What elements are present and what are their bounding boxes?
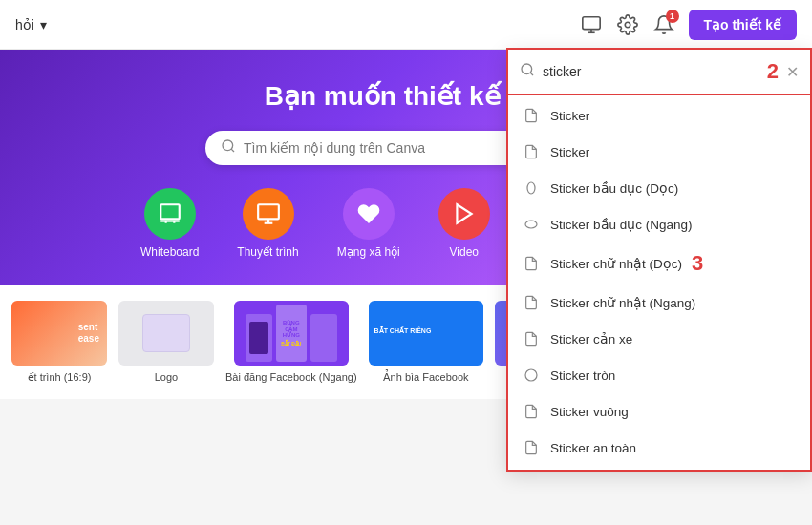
dropdown-item-label: Sticker an toàn <box>550 441 636 455</box>
dropdown-search-icon <box>520 62 535 81</box>
settings-icon[interactable] <box>616 13 639 36</box>
category-label: Thuyết trình <box>237 245 298 259</box>
step3-badge: 3 <box>692 251 703 276</box>
dropdown-item-icon <box>522 366 541 385</box>
dropdown-item-sticker-chu-nhat-doc[interactable]: Sticker chữ nhật (Dọc) 3 <box>508 242 810 284</box>
dropdown-item-icon <box>522 329 541 348</box>
dropdown-search-input[interactable] <box>543 64 759 79</box>
dropdown-item-label: Sticker bầu dục (Ngang) <box>550 217 693 232</box>
dropdown-item-icon <box>522 215 541 234</box>
category-label: Video <box>450 245 479 259</box>
category-label: Mạng xã hội <box>337 245 400 259</box>
dropdown-item-label: Sticker <box>550 109 589 123</box>
dropdown-item-icon <box>522 293 541 312</box>
dropdown-list: Sticker Sticker Sticker bầu dục (Dọc) St… <box>508 94 810 470</box>
workspace-label: hỏi <box>15 17 34 32</box>
dropdown-item-icon <box>522 142 541 161</box>
template-label: ết trình (16:9) <box>28 371 92 384</box>
dropdown-item-icon <box>522 178 541 198</box>
svg-line-19 <box>530 73 533 75</box>
step2-badge: 2 <box>767 59 779 84</box>
dropdown-item-icon <box>522 438 541 457</box>
svg-point-21 <box>525 220 537 228</box>
dropdown-item-label: Sticker tròn <box>550 368 615 383</box>
dropdown-item-sticker[interactable]: Sticker <box>508 97 810 134</box>
dropdown-item-sticker-chu-nhat-ngang[interactable]: Sticker chữ nhật (Ngang) <box>508 284 810 321</box>
svg-rect-10 <box>258 204 279 219</box>
svg-point-4 <box>223 140 233 151</box>
notification-badge: 1 <box>666 10 679 23</box>
dropdown-item-label: Sticker chữ nhật (Ngang) <box>550 295 695 310</box>
dropdown-item-icon <box>522 402 541 421</box>
category-item-whiteboard[interactable]: Whiteboard <box>140 188 199 259</box>
dropdown-item-sticker2[interactable]: Sticker <box>508 134 810 170</box>
svg-point-20 <box>527 182 535 194</box>
template-thumbnail: sent ease <box>11 301 107 366</box>
dropdown-item-sticker-an-toan[interactable]: Sticker an toàn <box>508 430 810 466</box>
svg-point-3 <box>625 22 630 28</box>
template-label: Ảnh bìa Facebook <box>383 371 469 384</box>
svg-point-22 <box>525 369 537 381</box>
dropdown-item-label: Sticker vuông <box>550 405 629 419</box>
monitor-icon[interactable] <box>580 13 603 36</box>
search-dropdown: 2 ✕ Sticker Sticker Sticker bầu dục (Dọc… <box>506 50 812 472</box>
chevron-down-icon: ▾ <box>40 17 47 32</box>
dropdown-item-sticker-tron[interactable]: Sticker tròn <box>508 357 810 393</box>
category-circle <box>438 188 490 240</box>
category-circle <box>343 188 395 240</box>
header: hỏi ▾ 1 Tạo thiết kế <box>0 0 812 50</box>
category-circle <box>144 188 196 240</box>
dropdown-item-label: Sticker bầu dục (Dọc) <box>550 180 678 196</box>
dropdown-item-label: Sticker cản xe <box>550 331 632 346</box>
create-button[interactable]: Tạo thiết kế <box>689 10 797 40</box>
category-circle <box>243 188 294 240</box>
svg-rect-0 <box>582 16 599 29</box>
template-thumbnail <box>118 301 214 366</box>
svg-point-18 <box>522 64 532 74</box>
template-label: Logo <box>155 371 178 383</box>
dropdown-item-sticker-vuong[interactable]: Sticker vuông <box>508 393 810 430</box>
clear-icon[interactable]: ✕ <box>786 63 799 81</box>
template-card[interactable]: BẮT CHẤT RIÊNG Ảnh bìa Facebook <box>369 301 483 384</box>
dropdown-item-label: Sticker <box>550 145 589 159</box>
template-thumbnail: BÙNGCẢM HỨNG BẮT ĐẦU <box>234 301 349 366</box>
category-item-mang-xa-hoi[interactable]: Mạng xã hội <box>337 188 400 259</box>
category-item-thuyet-trinh[interactable]: Thuyết trình <box>237 188 298 259</box>
search-icon <box>221 138 236 158</box>
svg-marker-13 <box>457 204 471 223</box>
template-label: Bài đăng Facebook (Ngang) <box>225 371 357 383</box>
workspace-selector[interactable]: hỏi ▾ <box>15 17 47 32</box>
category-label: Whiteboard <box>140 245 199 259</box>
template-thumbnail: BẮT CHẤT RIÊNG <box>369 301 483 366</box>
notification-icon[interactable]: 1 <box>652 13 675 36</box>
dropdown-item-icon <box>522 254 541 273</box>
dropdown-item-sticker-bau-duc-doc[interactable]: Sticker bầu dục (Dọc) <box>508 170 810 206</box>
header-actions: 1 Tạo thiết kế <box>580 10 797 40</box>
svg-rect-6 <box>160 204 180 219</box>
dropdown-item-sticker-bau-duc-ngang[interactable]: Sticker bầu dục (Ngang) <box>508 206 810 242</box>
svg-line-5 <box>231 149 234 152</box>
dropdown-search-row: 2 ✕ <box>506 48 812 95</box>
category-item-video[interactable]: Video <box>438 188 490 259</box>
template-card[interactable]: sent ease ết trình (16:9) <box>11 301 107 384</box>
template-card[interactable]: BÙNGCẢM HỨNG BẮT ĐẦU Bài đăng Facebook (… <box>225 301 357 384</box>
dropdown-item-icon <box>522 106 541 125</box>
template-card[interactable]: Logo <box>118 301 214 384</box>
dropdown-item-label: Sticker chữ nhật (Dọc) <box>550 256 682 271</box>
dropdown-item-sticker-can-xe[interactable]: Sticker cản xe <box>508 321 810 357</box>
